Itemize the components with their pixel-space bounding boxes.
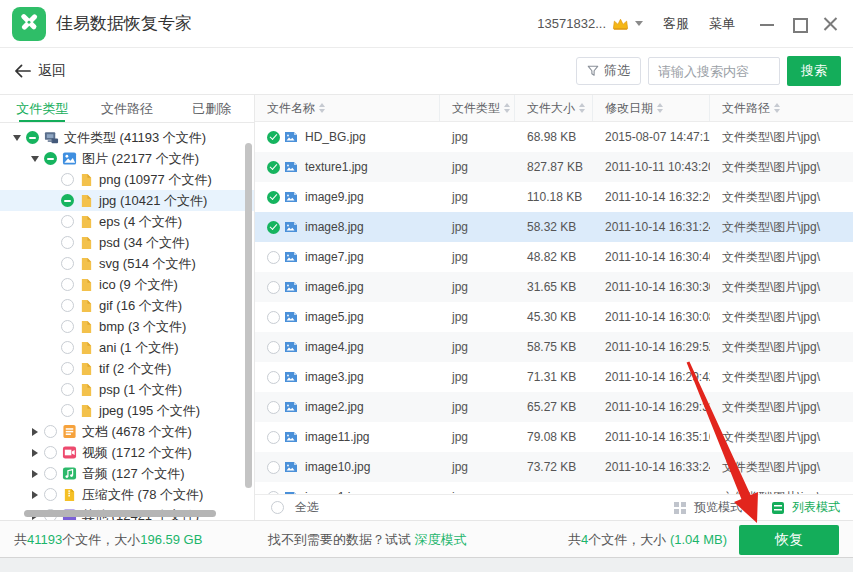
tree-item[interactable]: 视频 (1712 个文件): [0, 442, 254, 463]
caret-collapsed-icon[interactable]: [28, 449, 41, 457]
list-mode-button[interactable]: 列表模式: [792, 499, 840, 516]
select-all-control[interactable]: 全选: [268, 499, 319, 516]
column-header-0[interactable]: 文件名称: [255, 95, 440, 121]
table-row[interactable]: image7.jpgjpg48.82 KB2011-10-14 16:30:40…: [255, 242, 853, 272]
tree-checkbox[interactable]: [44, 467, 57, 480]
preview-mode-button[interactable]: 预览模式: [694, 499, 742, 516]
tree-checkbox[interactable]: [44, 446, 57, 459]
menu-button[interactable]: 菜单: [709, 15, 735, 33]
column-header-3[interactable]: 修改日期: [593, 95, 710, 121]
tree-item[interactable]: 文档 (4678 个文件): [0, 421, 254, 442]
tree-item[interactable]: jpeg (195 个文件): [0, 400, 254, 421]
tree-checkbox[interactable]: [44, 425, 57, 438]
tree-checkbox[interactable]: [61, 404, 74, 417]
maximize-button[interactable]: [791, 16, 807, 32]
deep-mode-link[interactable]: 深度模式: [415, 532, 467, 547]
tree-checkbox[interactable]: [61, 341, 74, 354]
account-menu[interactable]: 13571832...: [537, 16, 643, 31]
tree-item[interactable]: 音频 (127 个文件): [0, 463, 254, 484]
tree-vertical-scrollbar[interactable]: [245, 143, 252, 488]
table-row[interactable]: image10.jpgjpg73.72 KB2011-10-14 16:33:2…: [255, 452, 853, 482]
tree-item[interactable]: psd (34 个文件): [0, 232, 254, 253]
sort-arrows-icon[interactable]: [504, 103, 510, 113]
table-row[interactable]: texture1.jpgjpg827.87 KB2011-10-11 10:43…: [255, 152, 853, 182]
table-row[interactable]: HD_BG.jpgjpg68.98 KB2015-08-07 14:47:18文…: [255, 122, 853, 152]
tree-item[interactable]: png (10977 个文件): [0, 169, 254, 190]
tree-item[interactable]: jpg (10421 个文件): [0, 190, 254, 211]
row-checkbox-checked[interactable]: [267, 161, 280, 174]
row-checkbox[interactable]: [267, 371, 280, 384]
caret-expanded-icon[interactable]: [28, 156, 41, 162]
row-checkbox[interactable]: [267, 461, 280, 474]
row-checkbox[interactable]: [267, 341, 280, 354]
tree-checkbox[interactable]: [61, 257, 74, 270]
tree-item[interactable]: 压缩文件 (78 个文件): [0, 484, 254, 505]
row-checkbox-checked[interactable]: [267, 191, 280, 204]
tree-item[interactable]: ani (1 个文件): [0, 337, 254, 358]
support-button[interactable]: 客服: [663, 15, 689, 33]
tree-item[interactable]: gif (16 个文件): [0, 295, 254, 316]
caret-collapsed-icon[interactable]: [28, 491, 41, 499]
select-all-checkbox[interactable]: [271, 501, 284, 514]
tree-checkbox[interactable]: [26, 131, 39, 144]
sort-arrows-icon[interactable]: [657, 103, 663, 113]
tree-item[interactable]: psp (1 个文件): [0, 379, 254, 400]
column-header-1[interactable]: 文件类型: [440, 95, 515, 121]
caret-collapsed-icon[interactable]: [28, 428, 41, 436]
tree-item[interactable]: bmp (3 个文件): [0, 316, 254, 337]
row-checkbox-checked[interactable]: [267, 221, 280, 234]
tree-checkbox[interactable]: [61, 383, 74, 396]
sort-arrows-icon[interactable]: [319, 103, 325, 113]
tab-0[interactable]: 文件类型: [0, 95, 85, 122]
row-checkbox[interactable]: [267, 431, 280, 444]
tab-2[interactable]: 已删除: [169, 95, 254, 122]
row-checkbox[interactable]: [267, 281, 280, 294]
caret-collapsed-icon[interactable]: [28, 470, 41, 478]
tree-checkbox[interactable]: [61, 173, 74, 186]
tree-item[interactable]: ico (9 个文件): [0, 274, 254, 295]
sort-arrows-icon[interactable]: [774, 103, 780, 113]
table-row[interactable]: image3.jpgjpg71.31 KB2011-10-14 16:29:42…: [255, 362, 853, 392]
column-header-2[interactable]: 文件大小: [515, 95, 593, 121]
sort-arrows-icon[interactable]: [579, 103, 585, 113]
tree-checkbox[interactable]: [61, 194, 74, 207]
tree-item[interactable]: eps (4 个文件): [0, 211, 254, 232]
recover-button[interactable]: 恢复: [739, 525, 839, 555]
row-checkbox-checked[interactable]: [267, 131, 280, 144]
table-row[interactable]: image6.jpgjpg31.65 KB2011-10-14 16:30:30…: [255, 272, 853, 302]
column-header-4[interactable]: 文件路径: [710, 95, 853, 121]
search-button[interactable]: 搜索: [787, 56, 841, 86]
row-checkbox[interactable]: [267, 401, 280, 414]
preview-mode-icon[interactable]: [674, 502, 686, 514]
tree-horizontal-scrollbar[interactable]: [24, 510, 216, 517]
tree-checkbox[interactable]: [61, 236, 74, 249]
list-mode-icon[interactable]: [772, 502, 784, 514]
tree-checkbox[interactable]: [61, 320, 74, 333]
row-checkbox[interactable]: [267, 251, 280, 264]
row-checkbox[interactable]: [267, 311, 280, 324]
tree-item[interactable]: tif (2 个文件): [0, 358, 254, 379]
tree-checkbox[interactable]: [61, 299, 74, 312]
tree-checkbox[interactable]: [61, 362, 74, 375]
tree-checkbox[interactable]: [44, 152, 57, 165]
close-button[interactable]: [823, 16, 839, 32]
tree-item[interactable]: 文件类型 (41193 个文件): [0, 127, 254, 148]
tree-item[interactable]: svg (514 个文件): [0, 253, 254, 274]
table-row[interactable]: image8.jpgjpg58.32 KB2011-10-14 16:31:24…: [255, 212, 853, 242]
tree-checkbox[interactable]: [61, 278, 74, 291]
table-row[interactable]: image9.jpgjpg110.18 KB2011-10-14 16:32:2…: [255, 182, 853, 212]
table-row[interactable]: image1.jpgjpg文件类型\图片\jpg\: [255, 482, 853, 494]
table-row[interactable]: image2.jpgjpg65.27 KB2011-10-14 16:29:32…: [255, 392, 853, 422]
tree-item[interactable]: 图片 (22177 个文件): [0, 148, 254, 169]
tab-1[interactable]: 文件路径: [85, 95, 170, 122]
back-button[interactable]: 返回: [14, 62, 66, 80]
filter-button[interactable]: 筛选: [576, 57, 641, 85]
table-row[interactable]: image11.jpgjpg79.08 KB2011-10-14 16:35:1…: [255, 422, 853, 452]
search-input[interactable]: [648, 57, 780, 85]
caret-expanded-icon[interactable]: [10, 135, 23, 141]
tree-checkbox[interactable]: [44, 488, 57, 501]
row-checkbox[interactable]: [267, 491, 280, 495]
minimize-button[interactable]: [759, 16, 775, 32]
table-row[interactable]: image4.jpgjpg58.75 KB2011-10-14 16:29:52…: [255, 332, 853, 362]
table-row[interactable]: image5.jpgjpg45.30 KB2011-10-14 16:30:08…: [255, 302, 853, 332]
